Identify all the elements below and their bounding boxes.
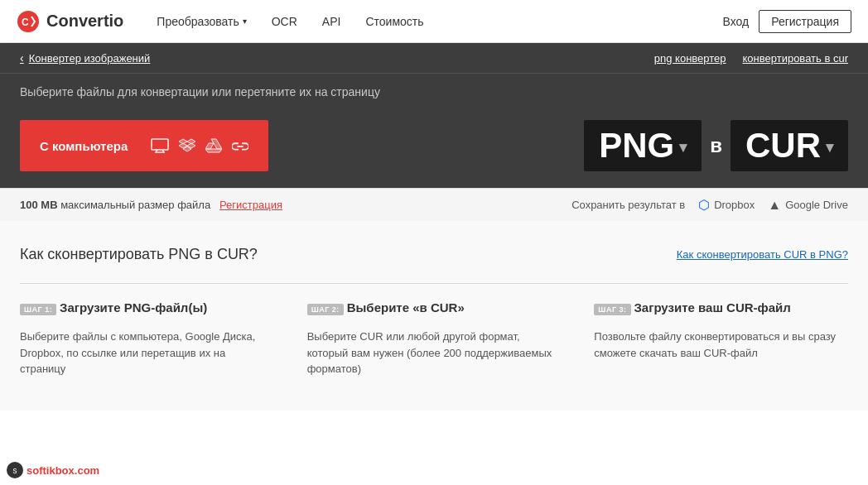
logo-icon: C [17, 10, 40, 33]
google-drive-icon [205, 138, 222, 153]
logo-text: Convertio [46, 12, 123, 31]
login-button[interactable]: Вход [722, 15, 749, 28]
header: C Convertio Преобразовать ▾ OCR API Стои… [0, 0, 868, 43]
to-format-chevron: ▾ [826, 138, 833, 156]
file-size-text: максимальный размер файла [60, 199, 210, 211]
howto-step-2: ШАГ 2: Выберите «в CUR» Выберите CUR или… [307, 300, 562, 377]
step-3-badge: ШАГ 3: Загрузите ваш CUR-файл [594, 300, 848, 322]
step-3-title: Загрузите ваш CUR-файл [634, 300, 790, 315]
main-nav: Преобразовать ▾ OCR API Стоимость [157, 15, 722, 28]
format-arrow: в [710, 134, 722, 157]
save-to-label: Сохранить результат в [571, 199, 685, 211]
convert-to-cur-link[interactable]: конвертировать в cur [743, 52, 848, 65]
dropbox-icon [179, 138, 195, 153]
breadcrumb-right-links: png конвертер конвертировать в cur [654, 52, 848, 65]
svg-marker-13 [205, 149, 222, 152]
step-1-title: Загрузите PNG-файл(ы) [60, 300, 207, 315]
nav-pricing[interactable]: Стоимость [365, 15, 423, 28]
from-format-label: PNG [599, 126, 674, 166]
upload-button-label: С компьютера [40, 139, 128, 153]
upload-icons [151, 138, 248, 153]
step-2-title: Выберите «в CUR» [347, 300, 465, 315]
chevron-down-icon: ▾ [243, 17, 247, 26]
file-size-info: 100 MB максимальный размер файла Регистр… [20, 199, 282, 211]
drop-hint: Выберите файлы для конвертации или перет… [0, 74, 868, 107]
header-actions: Вход Регистрация [722, 10, 851, 33]
monitor-icon [151, 138, 169, 153]
dropbox-save-option[interactable]: ⬡ Dropbox [698, 197, 755, 213]
file-info-bar: 100 MB максимальный размер файла Регистр… [0, 188, 868, 221]
dropbox-save-icon: ⬡ [698, 197, 710, 213]
howto-section: Как сконвертировать PNG в CUR? Как сконв… [0, 221, 868, 411]
link-icon [232, 138, 248, 153]
breadcrumb-bar: ‹ Конвертер изображений png конвертер ко… [0, 43, 868, 74]
upload-button[interactable]: С компьютера [20, 120, 268, 171]
step-3-desc: Позвольте файлу сконвертироваться и вы с… [594, 329, 848, 361]
converter-section: ‹ Конвертер изображений png конвертер ко… [0, 43, 868, 188]
svg-rect-2 [152, 139, 168, 150]
howto-step-3: ШАГ 3: Загрузите ваш CUR-файл Позвольте … [594, 300, 848, 377]
step-2-badge: ШАГ 2: Выберите «в CUR» [307, 300, 562, 322]
from-format-chevron: ▾ [679, 138, 687, 156]
step-2-desc: Выберите CUR или любой другой формат, ко… [307, 329, 562, 377]
googledrive-save-option[interactable]: ▲ Google Drive [768, 198, 848, 213]
howto-reverse-link[interactable]: Как сконвертировать CUR в PNG? [677, 248, 848, 261]
to-format-box[interactable]: CUR ▾ [731, 120, 848, 171]
save-to-section: Сохранить результат в ⬡ Dropbox ▲ Google… [571, 197, 848, 213]
register-link[interactable]: Регистрация [219, 199, 282, 211]
logo[interactable]: C Convertio [17, 10, 123, 33]
svg-marker-12 [205, 143, 214, 149]
step-1-desc: Выберите файлы с компьютера, Google Диск… [20, 329, 274, 377]
back-arrow-icon: ‹ [20, 51, 24, 65]
breadcrumb-back[interactable]: ‹ Конвертер изображений [20, 51, 150, 65]
png-converter-link[interactable]: png конвертер [654, 52, 726, 65]
nav-convert[interactable]: Преобразовать ▾ [157, 15, 246, 28]
nav-api[interactable]: API [322, 15, 341, 28]
nav-ocr[interactable]: OCR [272, 15, 297, 28]
howto-header: Как сконвертировать PNG в CUR? Как сконв… [20, 246, 848, 263]
register-button[interactable]: Регистрация [759, 10, 851, 33]
file-size-value: 100 MB [20, 199, 58, 211]
converter-row: С компьютера [0, 107, 868, 188]
dropbox-save-label: Dropbox [714, 199, 755, 211]
watermark-icon: s [7, 462, 23, 478]
watermark-text: softikbox.com [27, 464, 99, 477]
step-1-badge: ШАГ 1: Загрузите PNG-файл(ы) [20, 300, 274, 322]
from-format-box[interactable]: PNG ▾ [584, 120, 702, 171]
howto-step-1: ШАГ 1: Загрузите PNG-файл(ы) Выберите фа… [20, 300, 274, 377]
howto-title: Как сконвертировать PNG в CUR? [20, 246, 258, 263]
googledrive-save-label: Google Drive [785, 199, 848, 211]
to-format-label: CUR [745, 126, 821, 166]
watermark: s softikbox.com [7, 462, 99, 478]
googledrive-save-icon: ▲ [768, 198, 781, 213]
howto-steps: ШАГ 1: Загрузите PNG-файл(ы) Выберите фа… [20, 283, 848, 377]
format-display: PNG ▾ в CUR ▾ [584, 120, 848, 171]
svg-text:C: C [22, 17, 29, 28]
